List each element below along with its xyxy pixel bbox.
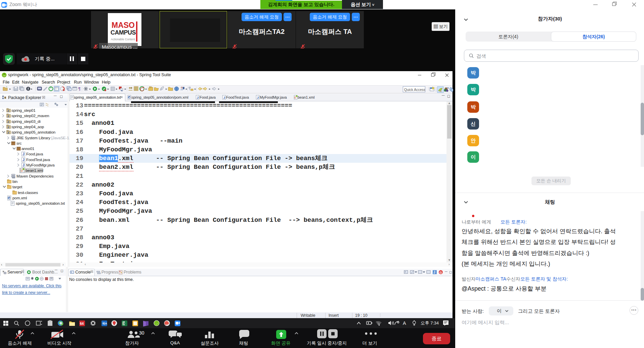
- svg-text:A: A: [403, 320, 406, 326]
- svg-text:국A: 국A: [102, 322, 107, 325]
- svg-text:─: ─: [444, 269, 447, 274]
- svg-text:!: !: [63, 89, 63, 91]
- svg-text:¶: ¶: [78, 87, 81, 91]
- svg-text:J: J: [433, 270, 435, 274]
- svg-text:64: 64: [80, 322, 84, 326]
- svg-text:◻: ◻: [449, 270, 452, 274]
- svg-text:G: G: [440, 271, 442, 274]
- svg-text:X: X: [123, 322, 125, 326]
